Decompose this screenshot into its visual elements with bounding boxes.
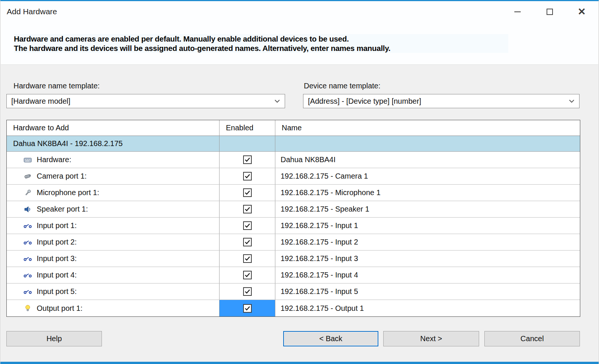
input-icon	[23, 238, 32, 247]
table-row[interactable]: Camera port 1: 192.168.2.175 - Camera 1	[7, 168, 580, 185]
enabled-checkbox[interactable]	[243, 287, 252, 296]
enabled-checkbox[interactable]	[243, 271, 252, 279]
device-label-cell: Output port 1:	[7, 300, 220, 316]
input-icon	[23, 287, 32, 296]
enabled-cell	[220, 300, 275, 316]
table-row[interactable]: Speaker port 1: 192.168.2.175 - Speaker …	[7, 201, 580, 218]
device-label-cell: Input port 5:	[7, 283, 220, 300]
device-label: Microphone port 1:	[37, 188, 99, 197]
column-header-enabled[interactable]: Enabled	[220, 120, 275, 136]
chevron-down-icon	[569, 99, 575, 103]
device-group-row[interactable]: Dahua NK8BA4I - 192.168.2.175	[7, 136, 580, 152]
device-label-cell: Camera port 1:	[7, 168, 220, 184]
minimize-icon	[514, 11, 521, 12]
column-header-name[interactable]: Name	[275, 120, 580, 136]
hardware-template-value: [Hardware model]	[11, 97, 70, 106]
device-group-name-cell	[275, 136, 580, 151]
device-name: 192.168.2.175 - Input 2	[275, 234, 580, 250]
window-controls: ✕	[511, 6, 589, 18]
enabled-checkbox[interactable]	[243, 238, 252, 246]
device-name: 192.168.2.175 - Microphone 1	[275, 185, 580, 201]
enabled-checkbox[interactable]	[243, 221, 252, 230]
next-button[interactable]: Next >	[383, 331, 479, 346]
enabled-cell	[220, 283, 275, 300]
input-icon	[23, 254, 32, 263]
speaker-icon	[23, 205, 32, 214]
device-name: 192.168.2.175 - Camera 1	[275, 168, 580, 184]
device-label: Camera port 1:	[37, 172, 87, 181]
help-button[interactable]: Help	[6, 331, 102, 346]
device-label: Speaker port 1:	[37, 205, 88, 213]
enabled-cell	[220, 168, 275, 184]
device-label: Output port 1:	[37, 304, 82, 313]
table-row[interactable]: Input port 4: 192.168.2.175 - Input 4	[7, 267, 580, 283]
add-hardware-dialog: Add Hardware ✕ Hardware and cameras are …	[0, 0, 599, 364]
device-label-cell: Input port 1:	[7, 218, 220, 234]
device-label: Input port 1:	[37, 221, 77, 230]
table-row[interactable]: Input port 1: 192.168.2.175 - Input 1	[7, 218, 580, 234]
table-row[interactable]: Hardware: Dahua NK8BA4I	[7, 152, 580, 168]
device-label-cell: Input port 3:	[7, 251, 220, 267]
window-title: Add Hardware	[7, 7, 57, 16]
device-label-cell: Input port 2:	[7, 234, 220, 250]
enabled-cell	[220, 201, 275, 217]
enabled-cell	[220, 251, 275, 267]
enabled-checkbox[interactable]	[243, 304, 252, 313]
device-name: 192.168.2.175 - Input 1	[275, 218, 580, 234]
table-row[interactable]: Input port 3: 192.168.2.175 - Input 3	[7, 251, 580, 267]
device-group-title: Dahua NK8BA4I - 192.168.2.175	[7, 136, 220, 151]
hardware-icon	[23, 155, 32, 164]
hardware-name-template-dropdown[interactable]: [Hardware model]	[6, 94, 285, 108]
device-name: 192.168.2.175 - Input 5	[275, 283, 580, 300]
window-bottom-border	[0, 362, 599, 364]
device-label: Input port 3:	[37, 254, 77, 263]
table-row[interactable]: Output port 1: 192.168.2.175 - Output 1	[7, 300, 580, 316]
device-name: Dahua NK8BA4I	[275, 152, 580, 168]
cancel-button[interactable]: Cancel	[484, 331, 580, 346]
hardware-name-template-label: Hardware name template:	[13, 82, 100, 90]
device-label: Input port 2:	[37, 238, 77, 246]
device-name: 192.168.2.175 - Input 3	[275, 251, 580, 267]
table-row[interactable]: Input port 5: 192.168.2.175 - Input 5	[7, 283, 580, 300]
instructions-line-1: Hardware and cameras are enabled per def…	[14, 34, 508, 43]
table-header-row: Hardware to Add Enabled Name	[7, 120, 580, 136]
device-name: 192.168.2.175 - Input 4	[275, 267, 580, 283]
table-row[interactable]: Microphone port 1: 192.168.2.175 - Micro…	[7, 185, 580, 201]
enabled-checkbox[interactable]	[243, 254, 252, 263]
device-template-value: [Address] - [Device type] [number]	[308, 97, 421, 106]
device-label: Hardware:	[37, 155, 71, 164]
device-group-enabled-cell	[220, 136, 275, 151]
camera-icon	[23, 172, 32, 181]
device-label: Input port 4:	[37, 271, 77, 279]
back-button[interactable]: < Back	[283, 331, 378, 346]
input-icon	[23, 271, 32, 280]
table-row[interactable]: Input port 2: 192.168.2.175 - Input 2	[7, 234, 580, 251]
close-icon: ✕	[578, 7, 586, 16]
device-label-cell: Microphone port 1:	[7, 185, 220, 201]
device-label: Input port 5:	[37, 287, 77, 296]
instructions-text: Hardware and cameras are enabled per def…	[14, 34, 508, 53]
enabled-cell	[220, 218, 275, 234]
device-name: 192.168.2.175 - Speaker 1	[275, 201, 580, 217]
column-header-hardware-to-add[interactable]: Hardware to Add	[7, 120, 220, 136]
enabled-checkbox[interactable]	[243, 172, 252, 181]
enabled-checkbox[interactable]	[243, 155, 252, 164]
hardware-table: Hardware to Add Enabled Name Dahua NK8BA…	[6, 120, 580, 317]
enabled-checkbox[interactable]	[243, 205, 252, 213]
device-name-template-label: Device name template:	[304, 82, 381, 90]
enabled-cell	[220, 267, 275, 283]
enabled-cell	[220, 234, 275, 250]
maximize-button[interactable]	[543, 6, 556, 18]
minimize-button[interactable]	[511, 6, 524, 18]
chevron-down-icon	[274, 99, 280, 103]
close-button[interactable]: ✕	[575, 6, 589, 18]
device-label-cell: Hardware:	[7, 152, 220, 168]
instructions-line-2: The hardware and its devices will be ass…	[14, 43, 508, 53]
enabled-checkbox[interactable]	[243, 188, 252, 197]
device-name: 192.168.2.175 - Output 1	[275, 300, 580, 316]
device-name-template-dropdown[interactable]: [Address] - [Device type] [number]	[303, 94, 580, 108]
enabled-cell	[220, 185, 275, 201]
enabled-cell	[220, 152, 275, 168]
device-label-cell: Input port 4:	[7, 267, 220, 283]
output-icon	[23, 304, 32, 313]
